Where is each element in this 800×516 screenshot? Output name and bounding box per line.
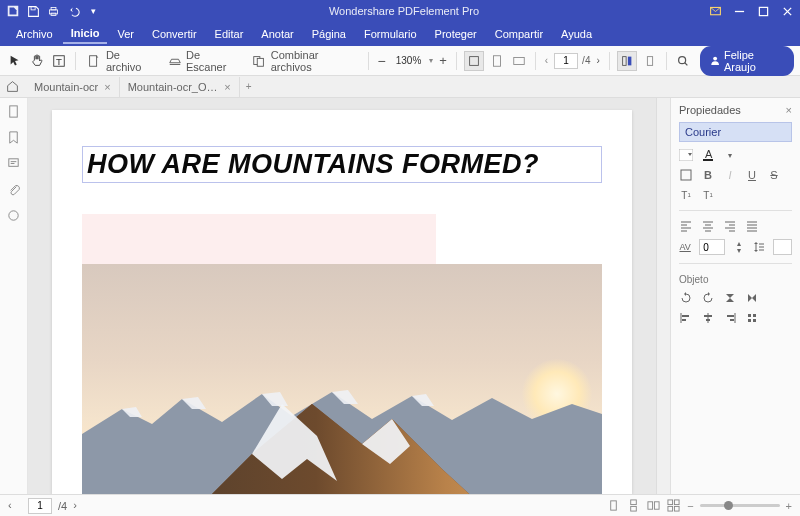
thumbnails-icon[interactable] — [6, 104, 22, 120]
line-spacing-value[interactable] — [773, 239, 792, 255]
font-size-dropdown[interactable] — [679, 148, 693, 162]
menu-editar[interactable]: Editar — [207, 25, 252, 43]
titlebar: ▾ Wondershare PDFelement Pro — [0, 0, 800, 22]
attachments-icon[interactable] — [6, 182, 22, 198]
user-button[interactable]: Felipe Araujo — [700, 46, 794, 76]
flip-horizontal-icon[interactable] — [745, 291, 759, 305]
next-page-icon[interactable]: › — [73, 499, 87, 513]
no-border-icon[interactable] — [679, 168, 693, 182]
bold-icon[interactable]: B — [701, 168, 715, 182]
rotate-left-icon[interactable] — [679, 291, 693, 305]
close-tab-icon[interactable]: × — [104, 81, 110, 93]
from-scanner-button[interactable]: De Escaner — [163, 47, 244, 75]
file-tab[interactable]: Mountain-ocr_OCR× — [120, 77, 240, 97]
distribute-icon[interactable] — [745, 311, 759, 325]
rotate-right-icon[interactable] — [701, 291, 715, 305]
fit-width-icon[interactable] — [464, 51, 484, 71]
zoom-out-icon[interactable]: − — [376, 51, 388, 71]
view-facing-icon[interactable] — [647, 499, 661, 513]
document-canvas[interactable]: HOW ARE MOUNTAINS FORMED? — [28, 98, 656, 494]
next-page-icon[interactable]: › — [594, 53, 601, 68]
bookmarks-icon[interactable] — [6, 130, 22, 146]
zoom-out-icon[interactable]: − — [687, 500, 693, 512]
align-obj-right-icon[interactable] — [723, 311, 737, 325]
svg-rect-60 — [730, 319, 734, 321]
document-heading[interactable]: HOW ARE MOUNTAINS FORMED? — [82, 146, 602, 183]
print-icon[interactable] — [46, 4, 60, 18]
menu-pagina[interactable]: Página — [304, 25, 354, 43]
superscript-icon[interactable]: T1 — [679, 188, 693, 202]
menu-proteger[interactable]: Proteger — [427, 25, 485, 43]
close-tab-icon[interactable]: × — [224, 81, 230, 93]
mountain-image — [82, 264, 602, 494]
strike-icon[interactable]: S — [767, 168, 781, 182]
view-single-icon[interactable] — [607, 499, 621, 513]
menu-anotar[interactable]: Anotar — [253, 25, 301, 43]
home-tab-icon[interactable] — [4, 79, 20, 95]
chevron-down-icon[interactable]: ▾ — [429, 56, 433, 65]
line-spacing-icon[interactable] — [753, 240, 765, 254]
align-center-icon[interactable] — [701, 219, 715, 233]
fit-page-icon[interactable] — [488, 52, 506, 70]
font-family-select[interactable]: Courier — [679, 122, 792, 142]
zoom-in-icon[interactable]: + — [786, 500, 792, 512]
page-input[interactable] — [28, 498, 52, 514]
zoom-value[interactable]: 130% — [392, 55, 426, 66]
align-obj-left-icon[interactable] — [679, 311, 693, 325]
menu-ver[interactable]: Ver — [109, 25, 142, 43]
char-spacing-value[interactable]: 0 — [699, 239, 725, 255]
maximize-icon[interactable] — [756, 5, 770, 17]
align-justify-icon[interactable] — [745, 219, 759, 233]
align-left-icon[interactable] — [679, 219, 693, 233]
flip-vertical-icon[interactable] — [723, 291, 737, 305]
edit-text-icon[interactable]: T — [50, 52, 68, 70]
menu-formulario[interactable]: Formulario — [356, 25, 425, 43]
vertical-scrollbar[interactable] — [656, 98, 670, 494]
italic-icon[interactable]: I — [723, 168, 737, 182]
zoom-in-icon[interactable]: + — [437, 51, 449, 70]
view-mode-1-icon[interactable] — [617, 51, 637, 71]
subscript-icon[interactable]: T1 — [701, 188, 715, 202]
menu-convertir[interactable]: Convertir — [144, 25, 205, 43]
chevron-down-icon[interactable]: ▾ — [723, 148, 737, 162]
actual-size-icon[interactable] — [510, 52, 528, 70]
statusbar: ‹ /4 › − + — [0, 494, 800, 516]
page-input[interactable] — [554, 53, 578, 69]
underline-icon[interactable]: U — [745, 168, 759, 182]
prev-page-icon[interactable]: ‹ — [543, 53, 550, 68]
svg-rect-24 — [8, 159, 17, 167]
close-panel-icon[interactable]: × — [786, 104, 792, 116]
view-continuous-icon[interactable] — [627, 499, 641, 513]
hand-tool-icon[interactable] — [28, 52, 46, 70]
notification-icon[interactable] — [708, 5, 722, 17]
view-mode-2-icon[interactable] — [641, 52, 659, 70]
search-icon[interactable] — [674, 52, 692, 70]
svg-rect-23 — [9, 106, 17, 117]
file-tab[interactable]: Mountain-ocr× — [26, 77, 120, 97]
from-file-button[interactable]: De archivo — [83, 47, 159, 75]
menu-archivo[interactable]: Archivo — [8, 25, 61, 43]
annotations-icon[interactable] — [6, 156, 22, 172]
view-grid-icon[interactable] — [667, 499, 681, 513]
save-icon[interactable] — [26, 4, 40, 18]
font-color-icon[interactable]: A — [701, 148, 715, 162]
zoom-slider[interactable] — [700, 504, 780, 507]
prev-page-icon[interactable]: ‹ — [8, 499, 22, 513]
add-tab-icon[interactable]: + — [240, 77, 258, 97]
menu-inicio[interactable]: Inicio — [63, 24, 108, 44]
svg-rect-69 — [655, 501, 660, 508]
menu-compartir[interactable]: Compartir — [487, 25, 551, 43]
toolbar: T De archivo De Escaner Combinar archivo… — [0, 46, 800, 76]
close-icon[interactable] — [780, 5, 794, 17]
comments-icon[interactable] — [6, 208, 22, 224]
align-obj-center-icon[interactable] — [701, 311, 715, 325]
align-right-icon[interactable] — [723, 219, 737, 233]
undo-icon[interactable] — [66, 4, 80, 18]
char-spacing-icon[interactable]: AV — [679, 240, 691, 254]
select-tool-icon[interactable] — [6, 52, 24, 70]
stepper-icon[interactable]: ▴▾ — [733, 240, 745, 254]
combine-button[interactable]: Combinar archivos — [248, 47, 361, 75]
chevron-down-icon[interactable]: ▾ — [86, 4, 100, 18]
minimize-icon[interactable] — [732, 5, 746, 17]
menu-ayuda[interactable]: Ayuda — [553, 25, 600, 43]
